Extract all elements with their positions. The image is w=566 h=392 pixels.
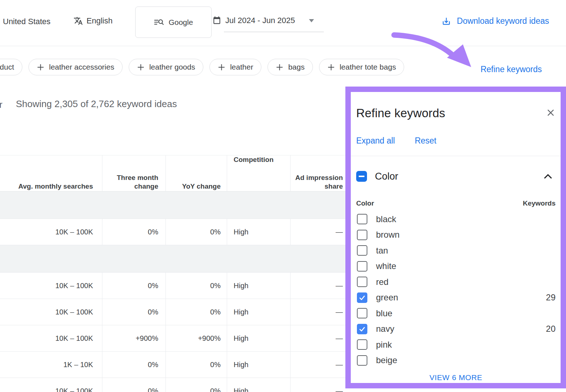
checkbox[interactable] (357, 230, 367, 240)
table-cell: +900% (165, 325, 227, 351)
location-selector[interactable]: United States (3, 17, 50, 26)
chip-label: leather accessories (49, 63, 114, 71)
download-icon (442, 17, 451, 26)
topbar-divider (0, 46, 566, 46)
table-cell: High (227, 273, 290, 299)
checkbox[interactable] (357, 245, 367, 256)
keyword-ideas-table: Avg. monthly searchesThree month changeY… (0, 155, 348, 392)
download-label: Download keyword ideas (457, 16, 549, 26)
chip-label: bags (288, 63, 305, 71)
table-cell: 10K – 100K (0, 273, 102, 299)
network-selector-button[interactable]: Google (135, 6, 212, 38)
translate-icon (74, 16, 83, 26)
keyword-chip[interactable]: leather accessories (28, 59, 123, 75)
color-option-row[interactable]: black (356, 211, 556, 227)
color-option-row[interactable]: beige (356, 353, 556, 369)
table-cell: +900% (102, 325, 165, 351)
check-icon (358, 325, 366, 333)
keyword-chip[interactable]: duct (0, 59, 22, 75)
table-row (0, 245, 348, 273)
plus-icon (137, 63, 145, 71)
table-cell: 1K – 10K (0, 352, 102, 378)
table-cell: 0% (102, 219, 165, 245)
language-label: English (87, 16, 112, 26)
option-label: black (376, 214, 556, 224)
checkbox[interactable] (357, 292, 367, 303)
table-cell: 0% (102, 378, 165, 392)
color-option-row[interactable]: red (356, 274, 556, 290)
search-list-icon (154, 18, 164, 27)
chevron-up-icon[interactable] (543, 173, 553, 180)
keyword-chip[interactable]: leather (209, 59, 261, 75)
table-column-header[interactable]: Competition (227, 155, 290, 191)
checkbox[interactable] (357, 261, 367, 272)
color-option-row[interactable]: tan (356, 243, 556, 259)
color-option-row[interactable]: green 29 (356, 290, 556, 306)
table-cell: — (290, 352, 348, 378)
close-icon[interactable] (546, 108, 556, 118)
table-cell: 0% (102, 299, 165, 325)
table-cell: — (290, 273, 348, 299)
plus-icon (218, 63, 225, 71)
color-option-row[interactable]: white (356, 259, 556, 274)
language-selector[interactable]: English (74, 16, 112, 26)
table-cell: 10K – 100K (0, 219, 102, 245)
option-keyword-count: 29 (546, 292, 556, 303)
checkbox[interactable] (357, 214, 367, 224)
refine-keywords-link[interactable]: Refine keywords (481, 65, 542, 74)
table-column-header[interactable]: Three month change (102, 155, 165, 191)
table-cell: High (227, 299, 290, 325)
table-column-header[interactable]: Ad impression share (290, 155, 348, 191)
checkbox[interactable] (357, 355, 367, 366)
keyword-chip[interactable]: leather tote bags (319, 59, 404, 75)
color-option-row[interactable]: brown (356, 227, 556, 243)
view-more-button[interactable]: VIEW 6 MORE (356, 373, 556, 382)
option-label: brown (376, 230, 556, 240)
table-column-header[interactable]: YoY change (165, 155, 227, 191)
checkbox[interactable] (357, 277, 367, 287)
plus-icon (327, 63, 335, 71)
chevron-down-icon (309, 19, 314, 22)
indeterminate-checkbox[interactable] (356, 171, 367, 182)
calendar-icon (212, 16, 221, 25)
keyword-chip[interactable]: leather goods (129, 59, 203, 75)
option-keyword-count: 20 (546, 324, 556, 334)
table-cell: 0% (165, 352, 227, 378)
checkbox[interactable] (357, 339, 367, 350)
table-row: 10K – 100K0%0%High— (0, 219, 348, 245)
color-option-row[interactable]: navy 20 (356, 321, 556, 337)
table-cell: 0% (165, 299, 227, 325)
table-cell: 10K – 100K (0, 325, 102, 351)
expand-all-button[interactable]: Expand all (356, 136, 395, 146)
chip-label: leather goods (149, 63, 195, 71)
color-option-row[interactable]: pink (356, 337, 556, 353)
keyword-chip[interactable]: bags (267, 59, 313, 75)
reset-button[interactable]: Reset (415, 136, 436, 146)
option-label: blue (376, 308, 556, 318)
table-cell: — (290, 378, 348, 392)
download-keyword-ideas-link[interactable]: Download keyword ideas (442, 16, 549, 26)
color-section-header[interactable]: Color (356, 169, 556, 184)
option-label: green (376, 292, 546, 303)
panel-title: Refine keywords (356, 106, 445, 120)
checkbox[interactable] (357, 308, 367, 318)
network-label: Google (169, 18, 193, 27)
color-option-row[interactable]: blue (356, 305, 556, 321)
option-label: red (376, 277, 556, 287)
table-row: 10K – 100K+900%+900%High— (0, 325, 348, 352)
table-column-header[interactable]: Avg. monthly searches (0, 155, 102, 191)
option-label: beige (376, 355, 556, 365)
table-row: 1K – 10K0%0%High— (0, 352, 348, 378)
table-body: 10K – 100K0%0%High— 10K – 100K0%0%High— … (0, 191, 348, 392)
chip-label: leather tote bags (340, 63, 396, 71)
date-range-underline (224, 32, 324, 32)
date-range-label: Jul 2024 - Jun 2025 (225, 16, 295, 25)
checkbox[interactable] (357, 324, 367, 334)
option-label: navy (376, 324, 546, 334)
check-icon (358, 294, 366, 301)
results-summary: Showing 2,305 of 2,762 keyword ideas (16, 98, 177, 110)
date-range-selector[interactable]: Jul 2024 - Jun 2025 (212, 16, 314, 25)
table-row: 10K – 100K0%0%High— (0, 378, 348, 392)
table-cell: 0% (165, 273, 227, 299)
table-cell: 0% (165, 378, 227, 392)
